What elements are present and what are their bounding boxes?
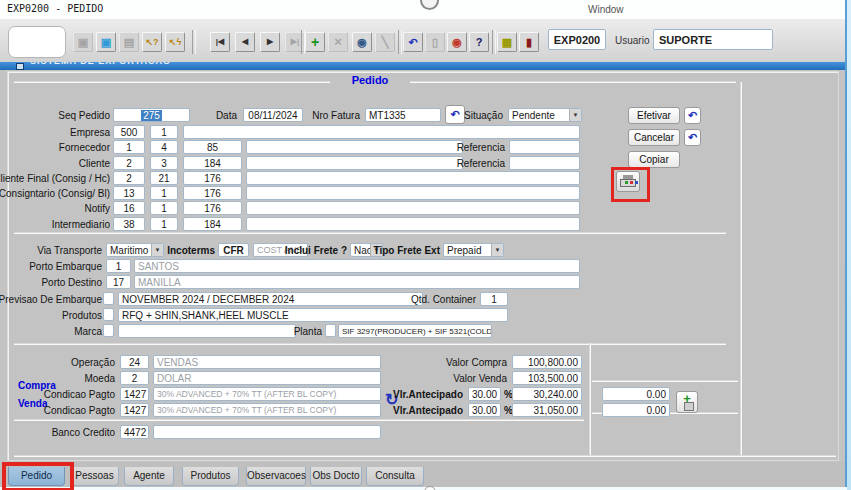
extra-venda-field[interactable]: 0.00 (602, 403, 670, 417)
delete-record-icon[interactable]: × (328, 32, 348, 52)
porto-embarque-name-field[interactable]: SANTOS (134, 259, 580, 273)
first-record-icon[interactable]: |◀ (210, 32, 230, 52)
valor-compra-field[interactable]: 100,800.00 (512, 355, 582, 369)
help-icon[interactable]: ? (469, 32, 489, 52)
cliente-final-name-field[interactable] (246, 171, 580, 185)
help-cursor-icon[interactable]: ↖? (142, 32, 162, 52)
efetivar-button[interactable]: Efetivar (628, 107, 680, 124)
exit-icon[interactable]: ▮ (519, 32, 539, 52)
undo-cancelar-button[interactable]: ↶ (684, 129, 701, 146)
notify-field-1[interactable]: 16 (113, 201, 145, 215)
cash-grid-icon[interactable]: ▦ (497, 32, 517, 52)
marca-checkbox[interactable] (103, 324, 114, 337)
planta-checkbox[interactable] (325, 324, 336, 337)
cancelar-button[interactable]: Cancelar (628, 129, 680, 146)
add-installment-button[interactable]: + (676, 391, 698, 413)
consignatario-name-field[interactable] (246, 186, 580, 200)
clear-icon[interactable]: ╲ (375, 32, 395, 52)
intermediario-field-2[interactable]: 1 (150, 217, 178, 231)
print-icon[interactable]: ▤ (119, 32, 139, 52)
operacao-desc-field[interactable]: VENDAS (153, 355, 381, 369)
situacao-dropdown[interactable]: Pendente▼ (508, 108, 582, 122)
notify-field-3[interactable]: 176 (183, 201, 242, 215)
empresa-field-1[interactable]: 500 (113, 125, 145, 139)
condicao-compra-code-field[interactable]: 1427 (120, 387, 149, 401)
cliente-final-field-1[interactable]: 2 (113, 171, 145, 185)
search-icon[interactable]: ◉ (352, 32, 372, 52)
empresa-field-2[interactable]: 1 (150, 125, 178, 139)
condicao-compra-desc-field[interactable]: 30% ADVANCED + 70% TT (AFTER BL COPY) (153, 387, 381, 401)
fornecedor-referencia-field[interactable] (509, 140, 580, 154)
porto-destino-name-field[interactable]: MANILLA (134, 275, 580, 289)
cliente-final-field-2[interactable]: 21 (150, 171, 178, 185)
moeda-desc-field[interactable]: DOLAR (153, 371, 381, 385)
dropdown-arrow-icon[interactable]: ▼ (491, 244, 503, 256)
consignatario-field-1[interactable]: 13 (113, 186, 145, 200)
produtos-checkbox[interactable] (103, 308, 114, 321)
fornecedor-field-1[interactable]: 1 (113, 140, 145, 154)
pct-antecipado-venda-field[interactable]: 30.00 (468, 403, 501, 417)
moeda-code-field[interactable]: 2 (120, 371, 149, 385)
cliente-field-2[interactable]: 3 (150, 156, 178, 170)
banco-credito-name-field[interactable] (153, 425, 381, 439)
run-cursor-icon[interactable]: ↖ϟ (165, 32, 185, 52)
undo-efetivar-button[interactable]: ↶ (684, 107, 701, 124)
incoterms-code-field[interactable]: CFR (218, 243, 249, 257)
tab-pessoas[interactable]: Pessoas (70, 467, 119, 486)
tab-produtos[interactable]: Produtos (182, 467, 239, 486)
qtd-container-field[interactable]: 1 (480, 292, 508, 306)
cliente-field-1[interactable]: 2 (113, 156, 145, 170)
seq-pedido-field[interactable]: 275 (113, 108, 190, 122)
next-record-icon[interactable]: ▶ (260, 32, 280, 52)
intermediario-field-3[interactable]: 184 (183, 217, 242, 231)
copiar-button[interactable]: Copiar (628, 151, 680, 168)
fornecedor-field-3[interactable]: 85 (183, 140, 242, 154)
condicao-venda-code-field[interactable]: 1427 (120, 403, 149, 417)
planta-field[interactable]: SIF 3297(PRODUCER) + SIF 5321(COLD STORE… (338, 324, 492, 338)
tab-obs-docto[interactable]: Obs Docto (310, 467, 362, 486)
intermediario-name-field[interactable] (246, 217, 580, 231)
consignatario-field-3[interactable]: 176 (183, 186, 242, 200)
vlr-antecipado-compra-field[interactable]: 30,240.00 (512, 387, 582, 401)
extra-compra-field[interactable]: 0.00 (602, 387, 670, 401)
menu-window[interactable]: Window (588, 4, 624, 15)
empresa-name-field[interactable] (183, 125, 580, 139)
tab-consulta[interactable]: Consulta (366, 467, 424, 486)
condicao-venda-desc-field[interactable]: 30% ADVANCED + 70% TT (AFTER BL COPY) (153, 403, 381, 417)
banco-credito-code-field[interactable]: 4472 (120, 425, 149, 439)
operacao-code-field[interactable]: 24 (120, 355, 149, 369)
porto-embarque-code-field[interactable]: 1 (106, 259, 131, 273)
user-field[interactable]: SUPORTE (653, 29, 773, 50)
produtos-field[interactable]: RFQ + SHIN,SHANK,HEEL MUSCLE (118, 308, 508, 322)
save-icon[interactable]: ▣ (73, 32, 93, 52)
marca-field[interactable] (118, 324, 296, 338)
add-record-icon[interactable]: + (305, 32, 325, 52)
screen-icon[interactable]: ▣ (96, 32, 116, 52)
cliente-field-3[interactable]: 184 (183, 156, 242, 170)
cliente-referencia-field[interactable] (509, 156, 580, 170)
notify-field-2[interactable]: 1 (150, 201, 178, 215)
cliente-name-field[interactable] (246, 156, 463, 170)
undo-icon[interactable]: ↶ (403, 32, 423, 52)
fornecedor-name-field[interactable] (246, 140, 463, 154)
vlr-antecipado-venda-field[interactable]: 31,050.00 (512, 403, 582, 417)
paste-icon[interactable]: ▯ (425, 32, 445, 52)
previsao-embarque-field[interactable]: NOVEMBER 2024 / DECEMBER 2024 (118, 292, 423, 306)
snapshot-icon[interactable]: ◉ (447, 32, 467, 52)
notify-name-field[interactable] (246, 201, 580, 215)
dropdown-arrow-icon[interactable]: ▼ (151, 244, 163, 256)
prev-record-icon[interactable]: ◀ (235, 32, 255, 52)
fornecedor-field-2[interactable]: 4 (150, 140, 178, 154)
valor-venda-field[interactable]: 103,500.00 (512, 371, 582, 385)
previsao-checkbox[interactable] (103, 292, 114, 305)
tab-observacoes[interactable]: Observacoes (246, 467, 306, 486)
tab-agente[interactable]: Agente (124, 467, 174, 486)
intermediario-field-1[interactable]: 38 (113, 217, 145, 231)
tipo-frete-dropdown[interactable]: Prepaid▼ (443, 243, 504, 257)
dropdown-arrow-icon[interactable]: ▼ (569, 109, 581, 121)
pct-antecipado-compra-field[interactable]: 30.00 (468, 387, 501, 401)
porto-destino-code-field[interactable]: 17 (106, 275, 131, 289)
undo-fatura-button[interactable]: ↶ (445, 105, 465, 124)
nro-fatura-field[interactable]: MT1335 (365, 108, 441, 122)
cliente-final-field-3[interactable]: 176 (183, 171, 242, 185)
